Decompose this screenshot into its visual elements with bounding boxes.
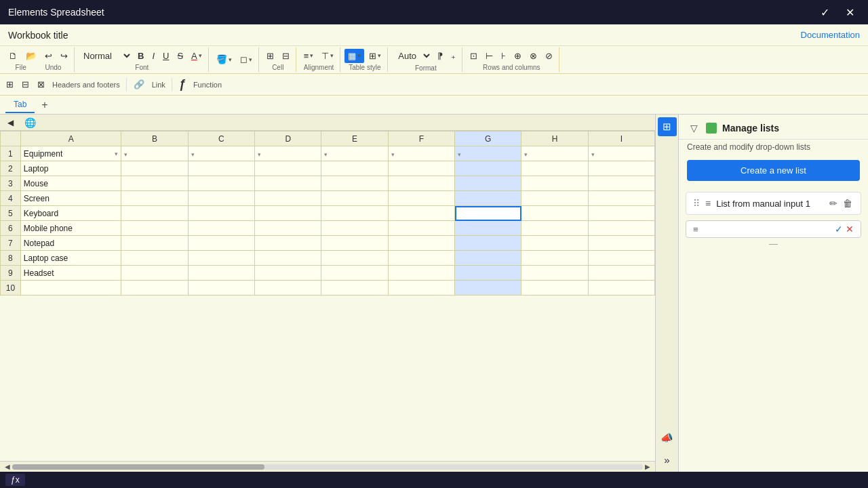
cell-h7[interactable] xyxy=(521,236,588,251)
drag-handle-icon[interactable]: ⠿ xyxy=(693,198,700,209)
cell-f4[interactable] xyxy=(388,191,454,206)
cell-f1[interactable]: ▾ xyxy=(388,146,454,161)
create-new-list-button[interactable]: Create a new list xyxy=(687,160,860,181)
format-num-btn1[interactable]: ⁋ xyxy=(434,49,446,63)
cell-a8[interactable]: Laptop case xyxy=(20,251,121,266)
panel-resize-handle[interactable]: — xyxy=(679,241,868,246)
function-icon-button[interactable]: ƒ xyxy=(176,75,189,94)
cell-f10[interactable] xyxy=(388,281,454,296)
col-header-c[interactable]: C xyxy=(188,131,254,146)
cell-c8[interactable] xyxy=(188,251,254,266)
cell-c9[interactable] xyxy=(188,266,254,281)
font-style-select[interactable]: Normal Bold Italic xyxy=(79,49,133,63)
rows-distribute-btn[interactable]: ⊢ xyxy=(482,49,496,63)
col-header-f[interactable]: F xyxy=(388,131,454,146)
table-border-button[interactable]: ⊞ ▾ xyxy=(366,49,384,63)
cell-i10[interactable] xyxy=(588,281,654,296)
insert-col-btn[interactable]: ⊗ xyxy=(526,49,540,63)
scroll-left-arrow[interactable]: ◀ xyxy=(3,463,12,470)
cell-e4[interactable] xyxy=(321,191,388,206)
horizontal-scrollbar[interactable]: ◀ ▶ xyxy=(0,461,655,472)
cell-e9[interactable] xyxy=(321,266,388,281)
edit-list-button[interactable]: ✏ xyxy=(828,197,839,210)
delete-list-button[interactable]: 🗑 xyxy=(842,197,854,210)
cell-g6[interactable] xyxy=(455,221,521,236)
cell-b1[interactable]: ▾ xyxy=(121,146,188,161)
cell-c7[interactable] xyxy=(188,236,254,251)
cell-e8[interactable] xyxy=(321,251,388,266)
close-button[interactable]: ✕ xyxy=(840,3,860,22)
cell-f5[interactable] xyxy=(388,206,454,221)
cell-c4[interactable] xyxy=(188,191,254,206)
border-color-button[interactable]: ◻ ▾ xyxy=(237,52,256,66)
cell-g5[interactable] xyxy=(455,206,521,221)
new-file-button[interactable]: 🗋 xyxy=(5,49,21,63)
cell-f9[interactable] xyxy=(388,266,454,281)
headers-footers-button[interactable]: ⊞ xyxy=(3,77,17,92)
cell-h4[interactable] xyxy=(521,191,588,206)
cell-g3[interactable] xyxy=(455,176,521,191)
open-file-button[interactable]: 📂 xyxy=(22,49,40,63)
cell-e2[interactable] xyxy=(321,161,388,176)
cell-b8[interactable] xyxy=(121,251,188,266)
panel-toggle-button[interactable]: ⊞ xyxy=(658,117,677,136)
cell-e1[interactable]: ▾ xyxy=(321,146,388,161)
cell-d4[interactable] xyxy=(255,191,321,206)
cell-d7[interactable] xyxy=(255,236,321,251)
scrollbar-thumb[interactable] xyxy=(12,464,264,470)
cell-i9[interactable] xyxy=(588,266,654,281)
cell-i8[interactable] xyxy=(588,251,654,266)
undo-button[interactable]: ↩ xyxy=(41,49,56,63)
redo-button[interactable]: ↪ xyxy=(57,49,71,63)
cell-h10[interactable] xyxy=(521,281,588,296)
cell-d1[interactable]: ▾ xyxy=(255,146,321,161)
cell-f2[interactable] xyxy=(388,161,454,176)
list-name-input[interactable] xyxy=(701,224,832,234)
cell-h2[interactable] xyxy=(521,161,588,176)
cell-d9[interactable] xyxy=(255,266,321,281)
cell-e7[interactable] xyxy=(321,236,388,251)
cell-g10[interactable] xyxy=(455,281,521,296)
documentation-link[interactable]: Documentation xyxy=(801,30,860,40)
cell-b9[interactable] xyxy=(121,266,188,281)
merge-cells-button[interactable]: ⊟ xyxy=(279,49,293,63)
cell-g4[interactable] xyxy=(455,191,521,206)
col-header-h[interactable]: H xyxy=(521,131,588,146)
cell-a5[interactable]: Keyboard xyxy=(20,206,121,221)
list-edit-cancel-button[interactable]: ✕ xyxy=(846,224,854,235)
cell-i4[interactable] xyxy=(588,191,654,206)
cell-a1[interactable]: Equipment ▾ xyxy=(20,146,121,161)
cell-g9[interactable] xyxy=(455,266,521,281)
cell-i5[interactable] xyxy=(588,206,654,221)
cell-d3[interactable] xyxy=(255,176,321,191)
scrollbar-track[interactable] xyxy=(12,464,643,470)
fill-color-button[interactable]: 🪣 ▾ xyxy=(213,52,235,66)
table-colored-button[interactable]: ▦ ▾ xyxy=(344,49,364,63)
bold-button[interactable]: B xyxy=(134,49,147,63)
italic-button[interactable]: I xyxy=(149,49,158,63)
cell-c1[interactable]: ▾ xyxy=(188,146,254,161)
confirm-button[interactable]: ✓ xyxy=(815,3,835,22)
cell-f3[interactable] xyxy=(388,176,454,191)
cell-b10[interactable] xyxy=(121,281,188,296)
cell-i6[interactable] xyxy=(588,221,654,236)
cell-e3[interactable] xyxy=(321,176,388,191)
link-icon-button[interactable]: 🔗 xyxy=(130,77,148,92)
cell-a7[interactable]: Notepad xyxy=(20,236,121,251)
cell-c10[interactable] xyxy=(188,281,254,296)
delete-row-btn[interactable]: ⊘ xyxy=(542,49,556,63)
cell-c6[interactable] xyxy=(188,221,254,236)
nav-globe-btn[interactable]: 🌐 xyxy=(21,115,39,130)
cell-c3[interactable] xyxy=(188,176,254,191)
cell-a6[interactable]: Mobile phone xyxy=(20,221,121,236)
cell-g2[interactable] xyxy=(455,161,521,176)
merge-center-button[interactable]: ⊞ xyxy=(263,49,277,63)
cell-g1[interactable]: ▾ xyxy=(455,146,521,161)
list-edit-confirm-button[interactable]: ✓ xyxy=(835,224,843,235)
font-color-button[interactable]: A ▾ xyxy=(188,49,205,63)
cell-g8[interactable] xyxy=(455,251,521,266)
cell-e10[interactable] xyxy=(321,281,388,296)
cell-f6[interactable] xyxy=(388,221,454,236)
col-header-i[interactable]: I xyxy=(588,131,654,146)
filter-button[interactable]: ▽ xyxy=(687,121,701,135)
